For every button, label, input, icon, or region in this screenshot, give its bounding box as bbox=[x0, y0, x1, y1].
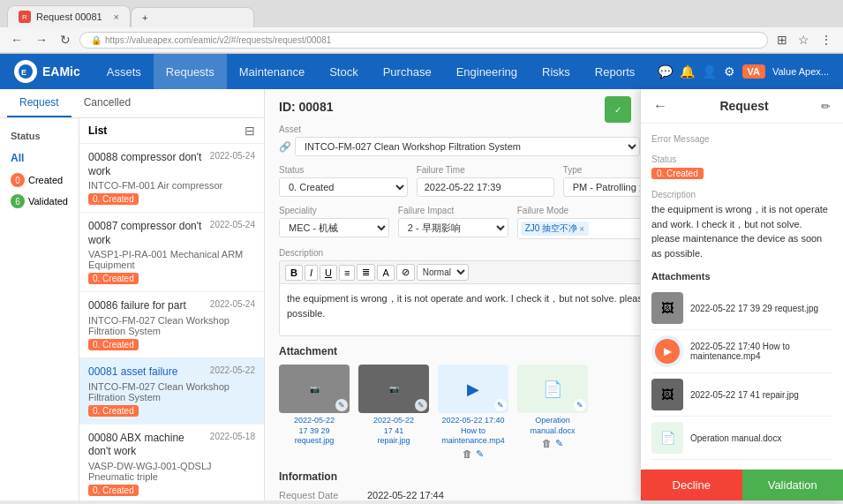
edit-icon[interactable]: ✎ bbox=[476, 448, 484, 460]
status-created-row[interactable]: 0 Created bbox=[0, 169, 79, 191]
app-nav: E EAMic Assets Requests Maintenance Stoc… bbox=[0, 54, 843, 89]
tab-request[interactable]: Request bbox=[7, 89, 72, 117]
nav-right: 💬 🔔 👤 ⚙ VA Value Apex... bbox=[658, 64, 829, 79]
reload-button[interactable]: ↻ bbox=[56, 31, 74, 49]
browser-chrome: R Request 00081 × + ← → ↻ 🔒 https://valu… bbox=[0, 0, 843, 54]
att-thumb-1: 🖼 bbox=[651, 292, 683, 324]
asset-link-icon[interactable]: 🔗 bbox=[279, 141, 291, 153]
speciality-select[interactable]: MEC - 机械 bbox=[279, 218, 389, 237]
filter-icon[interactable]: ⊟ bbox=[245, 124, 255, 138]
nav-item-assets[interactable]: Assets bbox=[94, 54, 154, 89]
list-item[interactable]: 00087 compressor don't work 2022-05-24 V… bbox=[79, 213, 264, 292]
list-header-title: List bbox=[88, 124, 107, 137]
font-size-select[interactable]: Normal bbox=[417, 264, 469, 281]
item-date-88: 2022-05-24 bbox=[210, 151, 255, 161]
back-button[interactable]: ← bbox=[653, 98, 667, 114]
mobile-edit-button[interactable]: ✏ bbox=[821, 100, 831, 113]
delete-icon[interactable]: 🗑 bbox=[463, 448, 472, 460]
edit-icon[interactable]: ✎ bbox=[494, 399, 507, 411]
status-label: Status bbox=[279, 165, 408, 175]
list-item[interactable]: 00080 ABX machine don't work 2022-05-18 … bbox=[79, 425, 264, 500]
mobile-attachments-label: Attachments bbox=[651, 271, 832, 282]
nav-item-purchase[interactable]: Purchase bbox=[371, 54, 444, 89]
mobile-decline-button[interactable]: Decline bbox=[641, 470, 742, 500]
nav-item-stock[interactable]: Stock bbox=[317, 54, 371, 89]
align-button[interactable]: A bbox=[377, 265, 394, 281]
settings-button[interactable]: ⚙ bbox=[724, 64, 735, 79]
italic-button[interactable]: I bbox=[305, 265, 318, 281]
attachment-thumb-3[interactable]: ▶ ✎ bbox=[438, 365, 508, 413]
back-button[interactable]: ← bbox=[7, 31, 26, 49]
tab-title: Request 00081 bbox=[36, 11, 102, 22]
edit-icon[interactable]: ✎ bbox=[555, 438, 563, 449]
list-button[interactable]: ≡ bbox=[339, 265, 355, 281]
status-select[interactable]: 0. Created bbox=[279, 177, 408, 197]
edit-icon[interactable]: ✎ bbox=[335, 399, 348, 411]
att-info-3: 2022-05-22 17 41 repair.jpg bbox=[690, 390, 832, 400]
list-item[interactable]: 00086 failure for part 2022-05-24 INTCO-… bbox=[79, 292, 264, 358]
attachment-thumb-2[interactable]: 📷 ✎ bbox=[358, 365, 429, 413]
status-check: ✓ bbox=[614, 105, 621, 115]
chat-button[interactable]: 💬 bbox=[658, 64, 673, 79]
list-item-selected[interactable]: 00081 asset failure 2022-05-22 INTCO-FM-… bbox=[79, 358, 264, 425]
request-date-label: Request Date bbox=[279, 490, 358, 500]
forward-button[interactable]: → bbox=[32, 31, 51, 49]
attachment-item: 📷 ✎ 2022-05-2217 39 29request.jpg bbox=[279, 365, 350, 460]
attachment-thumb-4[interactable]: 📄 ✎ bbox=[517, 365, 588, 413]
play-icon[interactable]: ▶ bbox=[655, 339, 680, 364]
edit-icon[interactable]: ✎ bbox=[415, 399, 427, 411]
clear-button[interactable]: ⊘ bbox=[396, 264, 415, 281]
bold-button[interactable]: B bbox=[285, 265, 303, 281]
validated-count: 6 bbox=[11, 194, 25, 208]
ordered-list-button[interactable]: ≣ bbox=[357, 264, 375, 281]
mobile-validate-button[interactable]: Validation bbox=[742, 470, 844, 500]
underline-button[interactable]: U bbox=[320, 265, 337, 281]
list-header: List ⊟ bbox=[79, 118, 264, 144]
status-validated-row[interactable]: 6 Validated bbox=[0, 191, 79, 212]
menu-button[interactable]: ⋮ bbox=[817, 31, 836, 49]
tab-cancelled[interactable]: Cancelled bbox=[72, 89, 143, 117]
item-date-81: 2022-05-22 bbox=[210, 365, 255, 375]
close-tab-icon[interactable]: × bbox=[114, 11, 119, 22]
status-all[interactable]: All bbox=[0, 147, 79, 169]
image-icon: 🖼 bbox=[661, 387, 674, 402]
mobile-attachment-row: 🖼 2022-05-22 17 39 29 request.jpg bbox=[651, 287, 832, 330]
failure-time-input[interactable] bbox=[417, 177, 554, 197]
item-badge-80: 0. Created bbox=[88, 485, 139, 496]
asset-select[interactable]: INTCO-FM-027 Clean Workshop Filtration S… bbox=[295, 137, 640, 156]
browser-tab-active[interactable]: R Request 00081 × bbox=[7, 5, 131, 27]
nav-item-engineering[interactable]: Engineering bbox=[444, 54, 530, 89]
notifications-button[interactable]: 🔔 bbox=[680, 64, 695, 79]
failure-impact-select[interactable]: 2 - 早期影响 bbox=[398, 218, 508, 237]
status-sidebar: Status All 0 Created 6 Validated bbox=[0, 118, 79, 500]
browser-controls: ← → ↻ 🔒 https://valueapex.com/eamic/v2/#… bbox=[0, 27, 843, 53]
list-item[interactable]: 00088 compressor don't work 2022-05-24 I… bbox=[79, 144, 264, 213]
item-subtitle-88: INTCO-FM-001 Air compressor bbox=[88, 180, 255, 191]
nav-item-reports[interactable]: Reports bbox=[583, 54, 648, 89]
address-bar[interactable]: 🔒 https://valueapex.com/eamic/v2/#/reque… bbox=[79, 32, 768, 49]
mobile-attachment-row: ▶ 2022-05-22 17:40 How to maintenance.mp… bbox=[651, 330, 832, 373]
error-message-section: Error Message bbox=[651, 134, 832, 144]
error-message-label: Error Message bbox=[651, 134, 832, 144]
delete-icon[interactable]: 🗑 bbox=[542, 438, 552, 449]
mobile-title: Request bbox=[719, 99, 768, 113]
attachment-label-2: 2022-05-2217 41repair.jpg bbox=[358, 416, 429, 447]
tag-remove[interactable]: × bbox=[579, 224, 584, 234]
content-area: Request Cancelled Status All 0 Created 6… bbox=[0, 89, 843, 500]
new-tab-button[interactable]: + bbox=[131, 7, 254, 27]
nav-item-maintenance[interactable]: Maintenance bbox=[227, 54, 317, 89]
extensions-button[interactable]: ⊞ bbox=[773, 31, 791, 49]
user-button[interactable]: 👤 bbox=[702, 64, 717, 79]
attachment-label-3: 2022-05-22 17:40How tomaintenance.mp4 bbox=[438, 416, 508, 447]
mobile-header: ← Request ✏ bbox=[641, 89, 843, 124]
attachment-item: 📷 ✎ 2022-05-2217 41repair.jpg bbox=[358, 365, 429, 460]
nav-item-requests[interactable]: Requests bbox=[154, 54, 227, 89]
item-date-80: 2022-05-18 bbox=[210, 432, 255, 441]
edit-icon[interactable]: ✎ bbox=[574, 399, 586, 411]
request-date-value: 2022-05-22 17:44 bbox=[367, 490, 444, 500]
bookmark-button[interactable]: ☆ bbox=[794, 31, 813, 49]
att-info-1: 2022-05-22 17 39 29 request.jpg bbox=[690, 304, 832, 313]
attachment-thumb-1[interactable]: 📷 ✎ bbox=[279, 365, 350, 413]
nav-item-risks[interactable]: Risks bbox=[530, 54, 583, 89]
browser-tabs: R Request 00081 × + bbox=[0, 0, 843, 27]
